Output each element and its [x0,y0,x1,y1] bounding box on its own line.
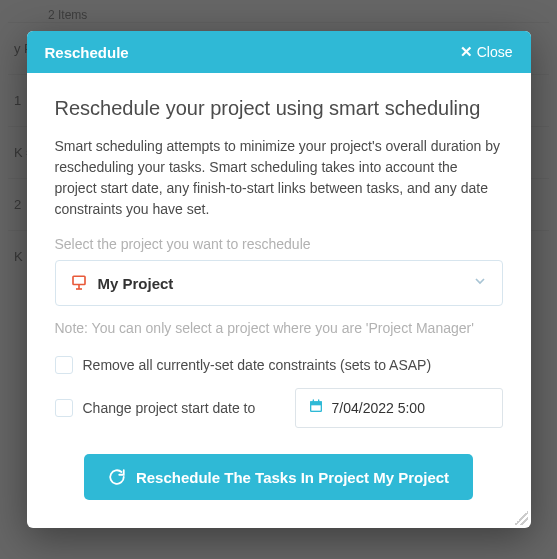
svg-rect-4 [310,401,322,404]
close-button[interactable]: ✕ Close [460,43,513,61]
project-note: Note: You can only select a project wher… [55,320,503,336]
chevron-down-icon [472,273,488,293]
selected-project-name: My Project [98,275,462,292]
change-start-date-checkbox[interactable] [55,399,73,417]
remove-constraints-row: Remove all currently-set date constraint… [55,356,503,374]
modal-body: Reschedule your project using smart sche… [27,73,531,528]
change-start-date-row: Change project start date to 7/04/2022 5… [55,388,503,428]
close-label: Close [477,44,513,60]
svg-rect-6 [312,399,313,402]
resize-handle[interactable] [514,511,528,525]
modal-header-title: Reschedule [45,44,129,61]
modal-title: Reschedule your project using smart sche… [55,97,503,120]
change-start-date-label: Change project start date to [83,400,256,416]
remove-constraints-checkbox[interactable] [55,356,73,374]
action-row: Reschedule The Tasks In Project My Proje… [55,454,503,500]
select-project-label: Select the project you want to reschedul… [55,236,503,252]
reschedule-button-label: Reschedule The Tasks In Project My Proje… [136,469,449,486]
modal-overlay: Reschedule ✕ Close Reschedule your proje… [0,0,557,559]
svg-rect-5 [311,405,320,410]
project-icon [70,274,88,292]
svg-rect-0 [73,276,85,284]
reschedule-modal: Reschedule ✕ Close Reschedule your proje… [27,31,531,528]
calendar-icon [308,398,324,418]
modal-description: Smart scheduling attempts to minimize yo… [55,136,503,220]
svg-rect-7 [318,399,319,402]
close-icon: ✕ [460,43,473,61]
start-date-input[interactable]: 7/04/2022 5:00 [295,388,503,428]
project-dropdown[interactable]: My Project [55,260,503,306]
remove-constraints-label: Remove all currently-set date constraint… [83,357,432,373]
refresh-icon [108,468,126,486]
modal-header: Reschedule ✕ Close [27,31,531,73]
reschedule-button[interactable]: Reschedule The Tasks In Project My Proje… [84,454,473,500]
start-date-value: 7/04/2022 5:00 [332,400,425,416]
